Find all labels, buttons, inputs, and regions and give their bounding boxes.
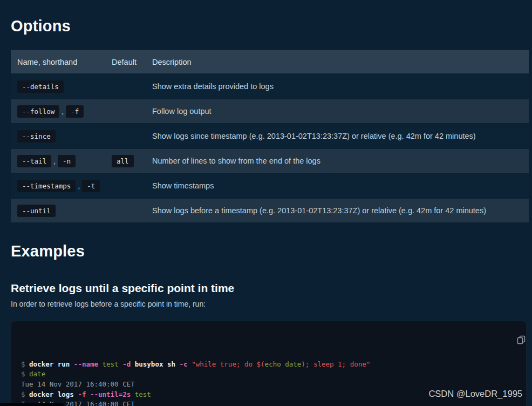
- code-line: $ docker run --name test -d busybox sh -…: [21, 360, 504, 370]
- col-header-description: Description: [146, 58, 529, 66]
- option-description: Show logs before a timestamp (e.g. 2013-…: [146, 206, 529, 215]
- table-row: --details Show extra details provided to…: [11, 75, 529, 98]
- col-header-name: Name, shorthand: [11, 58, 105, 66]
- options-heading: Options: [11, 0, 532, 35]
- table-row: --timestamps,-t Show timestamps: [11, 174, 529, 198]
- option-description: Follow log output: [146, 107, 529, 116]
- code-line: Tue 14 Nov 2017 16:40:00 CET: [21, 380, 504, 390]
- csdn-watermark: CSDN @LoveDR_1995: [428, 389, 522, 399]
- col-header-default: Default: [105, 58, 146, 66]
- default-value-all: all: [112, 155, 134, 167]
- code-line: Tue 14 Nov 2017 16:40:00 CET: [21, 400, 504, 406]
- browser-status-tooltip: [0, 403, 64, 406]
- comma-separator: ,: [53, 157, 56, 165]
- option-code-follow: --follow: [17, 105, 59, 118]
- option-code-timestamps: --timestamps: [17, 180, 76, 192]
- table-row: --until Show logs before a timestamp (e.…: [11, 199, 529, 222]
- option-description: Show extra details provided to logs: [146, 82, 529, 91]
- copy-button[interactable]: [504, 327, 516, 339]
- table-row: --follow,-f Follow log output: [11, 99, 529, 123]
- option-code-since: --since: [17, 130, 56, 143]
- option-code-t: -t: [82, 180, 100, 192]
- code-line: $ date: [21, 369, 504, 380]
- option-code-details: --details: [17, 80, 64, 93]
- comma-separator: ,: [62, 107, 64, 116]
- option-code-n: -n: [58, 155, 76, 167]
- comma-separator: ,: [78, 181, 80, 190]
- option-description: Number of lines to show from the end of …: [146, 157, 529, 165]
- option-description: Show timestamps: [146, 181, 529, 190]
- table-row: --since Show logs since timestamp (e.g. …: [11, 124, 529, 148]
- examples-heading: Examples: [11, 242, 532, 260]
- example-subheading: Retrieve logs until a specific point in …: [11, 282, 532, 295]
- table-row: --tail,-n all Number of lines to show fr…: [11, 149, 529, 173]
- terminal-output: $ docker run --name test -d busybox sh -…: [21, 360, 504, 406]
- example-intro-text: In order to retrieve logs before a speci…: [11, 300, 532, 308]
- option-code-until: --until: [17, 205, 56, 217]
- option-code-f: -f: [66, 105, 84, 118]
- page-content: Options Name, shorthand Default Descript…: [0, 0, 532, 406]
- table-header-row: Name, shorthand Default Description: [11, 50, 529, 73]
- option-description: Show logs since timestamp (e.g. 2013-01-…: [146, 132, 529, 140]
- option-code-tail: --tail: [17, 155, 51, 167]
- options-table: Name, shorthand Default Description --de…: [11, 50, 529, 222]
- copy-icon: [516, 335, 526, 344]
